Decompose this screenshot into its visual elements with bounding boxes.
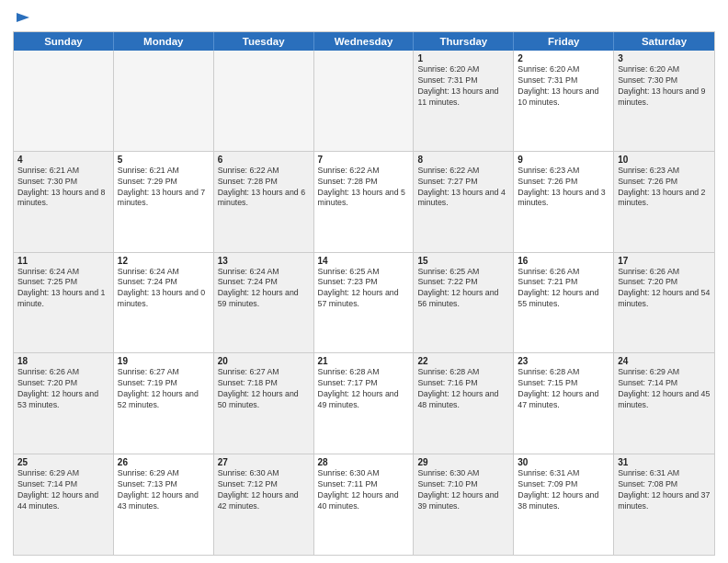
cal-cell-28: 28Sunrise: 6:30 AM Sunset: 7:11 PM Dayli… (314, 454, 415, 555)
cal-cell-27: 27Sunrise: 6:30 AM Sunset: 7:12 PM Dayli… (214, 454, 314, 555)
cal-cell-5: 5Sunrise: 6:21 AM Sunset: 7:29 PM Daylig… (114, 152, 214, 252)
day-info: Sunrise: 6:29 AM Sunset: 7:13 PM Dayligh… (118, 468, 210, 512)
day-number: 9 (518, 155, 609, 165)
cal-cell-3: 3Sunrise: 6:20 AM Sunset: 7:30 PM Daylig… (614, 51, 714, 151)
day-number: 7 (318, 155, 410, 165)
cal-header-sunday: Sunday (14, 32, 114, 51)
day-number: 31 (618, 457, 711, 467)
header (13, 9, 715, 26)
day-number: 14 (318, 256, 410, 266)
day-number: 1 (417, 53, 509, 63)
day-info: Sunrise: 6:30 AM Sunset: 7:10 PM Dayligh… (417, 468, 509, 512)
day-number: 30 (518, 457, 609, 467)
page: SundayMondayTuesdayWednesdayThursdayFrid… (0, 0, 728, 563)
day-number: 2 (518, 53, 609, 63)
logo (13, 9, 31, 26)
cal-cell-14: 14Sunrise: 6:25 AM Sunset: 7:23 PM Dayli… (314, 253, 415, 353)
cal-cell-16: 16Sunrise: 6:26 AM Sunset: 7:21 PM Dayli… (514, 253, 614, 353)
day-number: 3 (618, 53, 711, 63)
day-info: Sunrise: 6:20 AM Sunset: 7:31 PM Dayligh… (417, 64, 509, 109)
day-number: 21 (318, 356, 410, 366)
day-number: 22 (417, 356, 509, 366)
day-info: Sunrise: 6:21 AM Sunset: 7:29 PM Dayligh… (118, 166, 210, 210)
cal-cell-empty-2 (214, 51, 314, 151)
cal-cell-12: 12Sunrise: 6:24 AM Sunset: 7:24 PM Dayli… (114, 253, 214, 353)
cal-cell-31: 31Sunrise: 6:31 AM Sunset: 7:08 PM Dayli… (614, 454, 714, 555)
day-number: 28 (318, 457, 410, 467)
calendar: SundayMondayTuesdayWednesdayThursdayFrid… (13, 31, 715, 556)
cal-header-thursday: Thursday (414, 32, 514, 51)
cal-cell-1: 1Sunrise: 6:20 AM Sunset: 7:31 PM Daylig… (414, 51, 514, 151)
day-info: Sunrise: 6:28 AM Sunset: 7:16 PM Dayligh… (417, 367, 509, 411)
day-info: Sunrise: 6:31 AM Sunset: 7:08 PM Dayligh… (618, 468, 711, 512)
day-info: Sunrise: 6:28 AM Sunset: 7:17 PM Dayligh… (318, 367, 410, 411)
day-number: 8 (417, 155, 509, 165)
logo-icon (15, 9, 31, 26)
cal-cell-13: 13Sunrise: 6:24 AM Sunset: 7:24 PM Dayli… (214, 253, 314, 353)
day-number: 13 (218, 256, 310, 266)
cal-row-2: 4Sunrise: 6:21 AM Sunset: 7:30 PM Daylig… (14, 152, 714, 253)
day-info: Sunrise: 6:30 AM Sunset: 7:11 PM Dayligh… (318, 468, 410, 512)
day-info: Sunrise: 6:25 AM Sunset: 7:22 PM Dayligh… (417, 267, 509, 311)
day-number: 6 (218, 155, 310, 165)
day-number: 27 (218, 457, 310, 467)
cal-cell-15: 15Sunrise: 6:25 AM Sunset: 7:22 PM Dayli… (414, 253, 514, 353)
cal-row-1: 1Sunrise: 6:20 AM Sunset: 7:31 PM Daylig… (14, 51, 714, 152)
day-number: 26 (118, 457, 210, 467)
day-number: 29 (417, 457, 509, 467)
day-info: Sunrise: 6:27 AM Sunset: 7:18 PM Dayligh… (218, 367, 310, 411)
calendar-header-row: SundayMondayTuesdayWednesdayThursdayFrid… (14, 32, 714, 51)
cal-cell-empty-0 (14, 51, 114, 151)
day-info: Sunrise: 6:24 AM Sunset: 7:24 PM Dayligh… (118, 267, 210, 311)
cal-header-monday: Monday (114, 32, 214, 51)
cal-cell-22: 22Sunrise: 6:28 AM Sunset: 7:16 PM Dayli… (414, 353, 514, 454)
day-info: Sunrise: 6:21 AM Sunset: 7:30 PM Dayligh… (17, 166, 109, 210)
cal-cell-17: 17Sunrise: 6:26 AM Sunset: 7:20 PM Dayli… (614, 253, 714, 353)
day-info: Sunrise: 6:22 AM Sunset: 7:28 PM Dayligh… (318, 166, 410, 210)
cal-cell-empty-3 (314, 51, 415, 151)
cal-cell-10: 10Sunrise: 6:23 AM Sunset: 7:26 PM Dayli… (614, 152, 714, 252)
cal-cell-19: 19Sunrise: 6:27 AM Sunset: 7:19 PM Dayli… (114, 353, 214, 454)
calendar-body: 1Sunrise: 6:20 AM Sunset: 7:31 PM Daylig… (14, 51, 714, 555)
cal-cell-30: 30Sunrise: 6:31 AM Sunset: 7:09 PM Dayli… (514, 454, 614, 555)
day-info: Sunrise: 6:26 AM Sunset: 7:21 PM Dayligh… (518, 267, 609, 311)
cal-cell-11: 11Sunrise: 6:24 AM Sunset: 7:25 PM Dayli… (14, 253, 114, 353)
day-number: 12 (118, 256, 210, 266)
day-number: 16 (518, 256, 609, 266)
day-number: 20 (218, 356, 310, 366)
cal-cell-29: 29Sunrise: 6:30 AM Sunset: 7:10 PM Dayli… (414, 454, 514, 555)
cal-cell-20: 20Sunrise: 6:27 AM Sunset: 7:18 PM Dayli… (214, 353, 314, 454)
day-info: Sunrise: 6:29 AM Sunset: 7:14 PM Dayligh… (17, 468, 109, 512)
cal-row-3: 11Sunrise: 6:24 AM Sunset: 7:25 PM Dayli… (14, 253, 714, 354)
day-number: 25 (17, 457, 109, 467)
cal-header-saturday: Saturday (614, 32, 714, 51)
logo-text (13, 9, 31, 26)
cal-header-wednesday: Wednesday (314, 32, 415, 51)
day-info: Sunrise: 6:25 AM Sunset: 7:23 PM Dayligh… (318, 267, 410, 311)
day-number: 23 (518, 356, 609, 366)
day-info: Sunrise: 6:23 AM Sunset: 7:26 PM Dayligh… (618, 166, 711, 210)
cal-cell-6: 6Sunrise: 6:22 AM Sunset: 7:28 PM Daylig… (214, 152, 314, 252)
cal-cell-7: 7Sunrise: 6:22 AM Sunset: 7:28 PM Daylig… (314, 152, 415, 252)
day-info: Sunrise: 6:26 AM Sunset: 7:20 PM Dayligh… (618, 267, 711, 311)
cal-header-friday: Friday (514, 32, 614, 51)
cal-cell-26: 26Sunrise: 6:29 AM Sunset: 7:13 PM Dayli… (114, 454, 214, 555)
day-number: 4 (17, 155, 109, 165)
day-number: 24 (618, 356, 711, 366)
day-info: Sunrise: 6:24 AM Sunset: 7:25 PM Dayligh… (17, 267, 109, 311)
cal-cell-18: 18Sunrise: 6:26 AM Sunset: 7:20 PM Dayli… (14, 353, 114, 454)
day-info: Sunrise: 6:29 AM Sunset: 7:14 PM Dayligh… (618, 367, 711, 411)
day-number: 11 (17, 256, 109, 266)
day-number: 10 (618, 155, 711, 165)
day-info: Sunrise: 6:20 AM Sunset: 7:31 PM Dayligh… (518, 64, 609, 109)
cal-cell-2: 2Sunrise: 6:20 AM Sunset: 7:31 PM Daylig… (514, 51, 614, 151)
day-info: Sunrise: 6:30 AM Sunset: 7:12 PM Dayligh… (218, 468, 310, 512)
day-info: Sunrise: 6:28 AM Sunset: 7:15 PM Dayligh… (518, 367, 609, 411)
day-info: Sunrise: 6:23 AM Sunset: 7:26 PM Dayligh… (518, 166, 609, 210)
day-info: Sunrise: 6:31 AM Sunset: 7:09 PM Dayligh… (518, 468, 609, 512)
cal-cell-4: 4Sunrise: 6:21 AM Sunset: 7:30 PM Daylig… (14, 152, 114, 252)
cal-row-4: 18Sunrise: 6:26 AM Sunset: 7:20 PM Dayli… (14, 353, 714, 454)
cal-cell-23: 23Sunrise: 6:28 AM Sunset: 7:15 PM Dayli… (514, 353, 614, 454)
day-number: 19 (118, 356, 210, 366)
day-info: Sunrise: 6:22 AM Sunset: 7:27 PM Dayligh… (417, 166, 509, 210)
